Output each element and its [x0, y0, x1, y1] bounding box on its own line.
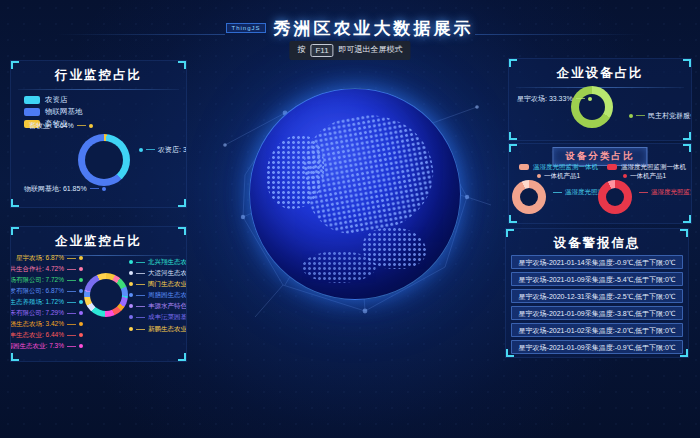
enterprise-panel-title: 企业监控占比: [11, 233, 186, 250]
donut-hole: [520, 188, 538, 206]
chart-label: 新鹏生态农业有限公司: 6.87%: [129, 326, 187, 333]
donut-hole: [90, 279, 122, 311]
legend-item[interactable]: 物联网基地: [24, 106, 83, 118]
chart-label: 振兴发有限公司: 6.87%: [13, 288, 83, 295]
chart-label: 星宇农场: 6.87%: [13, 255, 83, 262]
panel-enterprise-monitor: 企业监控占比 星宇农场: 6.87% 彩韵园鱼菜共生合作社: 4.72% 家庭农…: [10, 226, 187, 362]
corner-bracket: [178, 199, 186, 207]
chart-pointer-label: 温湿度光照监测一…: [639, 189, 692, 196]
chart-label-store: 农资店: 36.51%: [139, 146, 187, 153]
chart-label: 中润禾有限公司: 7.29%: [13, 310, 83, 317]
corner-bracket: [11, 227, 19, 235]
alarm-row: 星宇农场-2021-01-09采集温度:-0.9℃,低于下限:0℃: [511, 340, 683, 354]
chart-label: 仁丰生态农业: 6.44%: [13, 332, 83, 339]
corner-bracket: [506, 229, 514, 237]
legend-item[interactable]: 温湿度光照监测一体机: [607, 164, 686, 171]
industry-panel-title: 行业监控占比: [11, 67, 186, 84]
title-underline: [18, 89, 179, 90]
panel-device-alarms: 设备警报信息 星宇农场-2021-01-14采集温度:-0.9℃,低于下限:0℃…: [505, 228, 689, 358]
legend-swatch: [607, 164, 617, 170]
panel-device-ratio: 企业设备占比 星宇农场: 33.33% 民主村党群服务中心:: [508, 58, 692, 141]
chart-label: 陶门生态农业科技有限公: [129, 281, 187, 288]
alarm-panel-title: 设备警报信息: [506, 235, 688, 252]
legend-item[interactable]: 农资店: [24, 94, 83, 106]
industry-donut-chart[interactable]: [78, 134, 130, 186]
corner-bracket: [683, 144, 691, 152]
chart-label-product: 一体机产品1: [623, 173, 666, 180]
alarm-list: 星宇农场-2021-01-14采集温度:-0.9℃,低于下限:0℃ 星宇农场-2…: [511, 255, 683, 357]
chart-label: 红梅园生态农业: 7.3%: [13, 343, 83, 350]
chart-label: 周膳园生态农场: 4.29%: [129, 292, 187, 299]
chart-label: 大运河生态农业有限责任公: [129, 270, 187, 277]
legend-label: 农资店: [45, 96, 68, 104]
corner-bracket: [178, 227, 186, 235]
chart-label: 家庭农场有限公司: 7.72%: [13, 277, 83, 284]
chart-label-product: 一体机产品1: [537, 173, 580, 180]
alarm-row: 星宇农场-2020-12-31采集温度:-2.5℃,低于下限:0℃: [511, 289, 683, 303]
chart-label: 成丰沄菜园基地: 15.02%: [129, 314, 187, 321]
chart-label: 北兴翔生态农场: 11.16%: [129, 259, 187, 266]
corner-bracket: [683, 215, 691, 223]
corner-bracket: [11, 353, 19, 361]
legend-swatch: [24, 108, 40, 116]
chart-label-service-center: 民主村党群服务中心:: [629, 112, 692, 119]
device-ratio-donut-chart[interactable]: [571, 86, 613, 128]
panel-device-classification: 设备分类占比 温湿度光照监测一体机 一体机产品1 温湿度光照监测一… 温湿度光照…: [508, 143, 692, 224]
corner-bracket: [178, 353, 186, 361]
legend-label: 物联网基地: [45, 108, 83, 116]
chart-label: 彩韵园鱼菜共生合作社: 4.72%: [13, 266, 83, 273]
alarm-row: 星宇农场-2021-01-09采集温度:-5.4℃,低于下限:0℃: [511, 272, 683, 286]
chart-label: 丰源水产特色养殖场: 1.0: [129, 303, 187, 310]
legend-swatch: [24, 96, 40, 104]
device-class-donut-left[interactable]: [512, 180, 546, 214]
page-title: 秀洲区农业大数据展示: [274, 17, 474, 40]
panel-industry-monitor: 行业监控占比 农资店 物联网基地 畜牧业 畜牧业: 1.64% 农资店: 36.…: [10, 60, 187, 208]
donut-hole: [85, 141, 123, 179]
enterprise-donut-chart[interactable]: [84, 273, 128, 317]
dotted-continent-south: [302, 251, 376, 283]
legend-item[interactable]: 温湿度光照监测一体机: [519, 164, 598, 171]
alarm-row: 星宇农场-2021-01-09采集温度:-3.8℃,低于下限:0℃: [511, 306, 683, 320]
corner-bracket: [509, 215, 517, 223]
corner-bracket: [509, 59, 517, 67]
chart-label-livestock: 畜牧业: 1.64%: [29, 122, 93, 129]
chart-label-iot-base: 物联网基地: 61.85%: [24, 185, 106, 192]
alarm-row: 星宇农场-2021-01-02采集温度:-2.0℃,低于下限:0℃: [511, 323, 683, 337]
corner-bracket: [683, 132, 691, 140]
legend-swatch: [519, 164, 529, 170]
corner-bracket: [509, 144, 517, 152]
chart-label-farm: 星宇农场: 33.33%: [517, 95, 592, 102]
device-ratio-panel-title: 企业设备占比: [509, 65, 691, 82]
header: ThingJS 秀洲区农业大数据展示: [0, 16, 700, 40]
earth-globe: [249, 88, 461, 300]
chart-label: 李强生态农场: 3.42%: [13, 321, 83, 328]
thingjs-logo-badge: ThingJS: [226, 23, 265, 33]
corner-bracket: [680, 229, 688, 237]
dashboard-root: ThingJS 秀洲区农业大数据展示 按 F11 即可退出全屏模式: [0, 0, 700, 438]
alarm-row: 星宇农场-2021-01-14采集温度:-0.9℃,低于下限:0℃: [511, 255, 683, 269]
corner-bracket: [683, 59, 691, 67]
corner-bracket: [178, 61, 186, 69]
donut-hole: [606, 188, 624, 206]
corner-bracket: [11, 61, 19, 69]
corner-bracket: [509, 132, 517, 140]
corner-bracket: [11, 199, 19, 207]
chart-label: 上华生态养殖场: 1.72%: [13, 299, 83, 306]
device-class-donut-right[interactable]: [598, 180, 632, 214]
